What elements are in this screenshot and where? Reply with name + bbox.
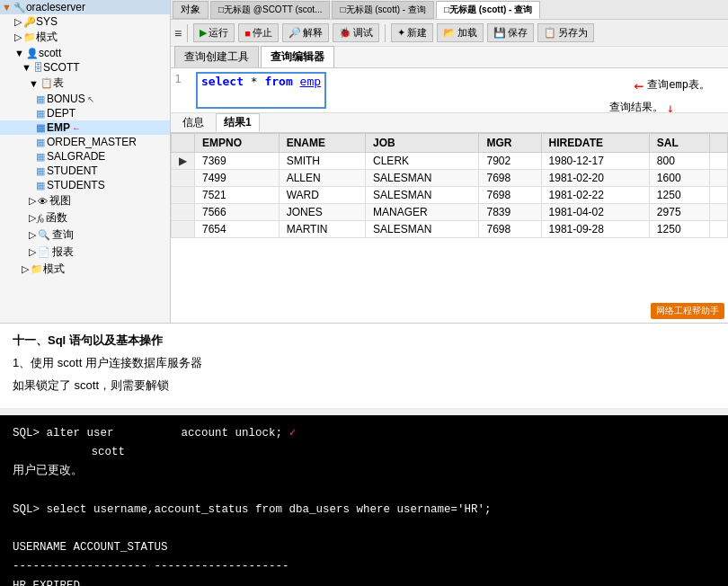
term-line6 xyxy=(13,519,715,538)
table-icon-salgrade: ▦ xyxy=(36,151,45,163)
ide-container: ▼ 🔧 oracleserver ▷ 🔑 SYS ▷ 📁 模式 ▼ 👤 scot… xyxy=(0,0,728,324)
col-header-hiredate: HIREDATE xyxy=(541,134,649,153)
save-button[interactable]: 💾 保存 xyxy=(487,23,534,42)
tree-item-bonus[interactable]: ▦ BONUS ↖ xyxy=(0,92,170,106)
explain-icon: 🔎 xyxy=(289,27,301,39)
tree-item-views-folder[interactable]: ▷ 👁 视图 xyxy=(0,192,170,209)
col-header-job: JOB xyxy=(366,134,479,153)
report-expand: ▷ xyxy=(29,246,36,258)
col-header-mgr: MGR xyxy=(479,134,541,153)
sql-star: * xyxy=(251,75,265,88)
table-row: 7654MARTINSALESMAN76981981-09-281250 xyxy=(172,221,728,238)
table-row: 7499ALLENSALESMAN76981981-02-201600 xyxy=(172,170,728,187)
load-button[interactable]: 📂 加载 xyxy=(437,23,484,42)
table-icon-student: ▦ xyxy=(36,165,45,177)
tree-item-order-master[interactable]: ▦ ORDER_MASTER xyxy=(0,135,170,149)
save-icon: 💾 xyxy=(493,27,506,39)
tab-untitled1[interactable]: □ 无标题 @SCOTT (scot... xyxy=(210,1,330,19)
tree-item-emp[interactable]: ▦ EMP ← xyxy=(0,120,170,135)
result-tab-info[interactable]: 信息 xyxy=(174,113,212,132)
result-tab-bar: 信息 结果1 xyxy=(171,113,728,133)
load-icon: 📂 xyxy=(443,27,456,39)
sql-editor[interactable]: 1 select * from emp ← 查询emp表。 查询结果。 ↓ xyxy=(171,68,728,113)
toolbar: ≡ ▶ 运行 ■ 停止 🔎 解释 🐞 调试 ✦ 新建 xyxy=(171,20,728,47)
term-line9: HR EXPIRED xyxy=(13,577,715,586)
term-line4 xyxy=(13,481,715,500)
tab-object[interactable]: 对象 xyxy=(173,1,209,19)
term-line1: SQL> alter user account unlock; ✓ xyxy=(13,424,715,443)
sub-tab-query-builder[interactable]: 查询创建工具 xyxy=(174,46,259,67)
tab-bar: 对象 □ 无标题 @SCOTT (scot... □ 无标题 (scott) -… xyxy=(171,0,728,20)
expand-icon: ▼ xyxy=(14,48,24,58)
explain-button[interactable]: 🔎 解释 xyxy=(282,23,329,42)
tree-item-schema-folder2[interactable]: ▷ 📁 模式 xyxy=(0,261,170,278)
debug-icon: 🐞 xyxy=(339,27,351,39)
table-header-row: EMPNO ENAME JOB MGR HIREDATE SAL xyxy=(172,134,728,153)
term-line3: 用户已更改。 xyxy=(13,462,715,481)
term-line8: -------------------- -------------------… xyxy=(13,557,715,576)
folder2-icon: 📁 xyxy=(31,263,43,275)
report-icon: 📄 xyxy=(38,246,50,258)
tree-item-scott-schema[interactable]: ▼ 🗄 SCOTT xyxy=(0,60,170,75)
tree-item-schema-folder[interactable]: ▷ 📁 模式 xyxy=(0,29,170,46)
tree-item-students[interactable]: ▦ STUDENTS xyxy=(0,178,170,192)
down-arrow-icon: ↓ xyxy=(667,101,674,115)
tree-item-queries-folder[interactable]: ▷ 🔍 查询 xyxy=(0,226,170,244)
expand-icon-2: ▼ xyxy=(22,62,31,73)
tree-item-sys[interactable]: ▷ 🔑 SYS xyxy=(0,14,170,29)
schema2-expand: ▷ xyxy=(22,263,29,275)
sql-select-keyword: select xyxy=(201,75,244,88)
terminal-block: SQL> alter user account unlock; ✓ scott … xyxy=(0,415,728,586)
tree-panel: ▼ 🔧 oracleserver ▷ 🔑 SYS ▷ 📁 模式 ▼ 👤 scot… xyxy=(0,0,171,323)
emp-red-arrow: ← xyxy=(72,123,81,133)
new-button[interactable]: ✦ 新建 xyxy=(391,23,433,42)
editor-panel: 对象 □ 无标题 @SCOTT (scot... □ 无标题 (scott) -… xyxy=(171,0,728,323)
tree-item-salgrade[interactable]: ▦ SALGRADE xyxy=(0,149,170,164)
query-icon: 🔍 xyxy=(38,229,50,241)
tree-item-reports-folder[interactable]: ▷ 📄 报表 xyxy=(0,244,170,261)
tree-item-functions-folder[interactable]: ▷ 𝑓₀ 函数 xyxy=(0,209,170,226)
tree-item-dept[interactable]: ▦ DEPT xyxy=(0,106,170,120)
content-section: 十一、Sql 语句以及基本操作 1、使用 scott 用户连接数据库服务器 如果… xyxy=(0,324,728,408)
tab-untitled3-active[interactable]: □ 无标题 (scott) - 查询 xyxy=(436,1,540,19)
menu-icon[interactable]: ≡ xyxy=(174,26,182,40)
sql-table-name: emp xyxy=(300,75,321,88)
col-header-indicator xyxy=(172,134,195,153)
table-row: ▶7369SMITHCLERK79021980-12-17800 xyxy=(172,153,728,170)
results-table-wrap: EMPNO ENAME JOB MGR HIREDATE SAL ▶7369SM… xyxy=(171,133,728,323)
func-icon: 𝑓₀ xyxy=(38,212,44,224)
tree-item-tables-folder[interactable]: ▼ 📋 表 xyxy=(0,75,170,92)
db-icon: ▼ xyxy=(2,2,12,13)
result-tab-results1[interactable]: 结果1 xyxy=(216,113,260,132)
tree-item-student[interactable]: ▦ STUDENT xyxy=(0,164,170,178)
col-header-ename: ENAME xyxy=(279,134,365,153)
query-expand: ▷ xyxy=(29,229,36,241)
sql-code-block[interactable]: select * from emp xyxy=(196,72,326,109)
tree-item-oracleserver[interactable]: ▼ 🔧 oracleserver xyxy=(0,0,170,14)
table-icon-dept: ▦ xyxy=(36,108,45,120)
table-icon-order: ▦ xyxy=(36,137,45,148)
sql-from-keyword: from xyxy=(264,75,292,88)
table-icon-students: ▦ xyxy=(36,180,45,191)
run-button[interactable]: ▶ 运行 xyxy=(193,23,235,42)
sub-tab-query-editor[interactable]: 查询编辑器 xyxy=(261,46,334,67)
para1: 1、使用 scott 用户连接数据库服务器 xyxy=(13,354,715,373)
tree-item-scott[interactable]: ▼ 👤 scott xyxy=(0,46,170,60)
saveas-button[interactable]: 📋 另存为 xyxy=(537,23,594,42)
results-table: EMPNO ENAME JOB MGR HIREDATE SAL ▶7369SM… xyxy=(171,133,728,238)
col-header-empno: EMPNO xyxy=(195,134,280,153)
stop-button[interactable]: ■ 停止 xyxy=(238,23,279,42)
debug-button[interactable]: 🐞 调试 xyxy=(333,23,379,42)
toolbar-sep1 xyxy=(187,24,188,42)
schema-icon: ▷ xyxy=(14,16,22,28)
tab-untitled2[interactable]: □ 无标题 (scott) - 查询 xyxy=(332,1,434,19)
stop-icon: ■ xyxy=(244,28,251,39)
views-expand: ▷ xyxy=(29,195,36,207)
table-folder-expand: ▼ xyxy=(29,78,39,89)
annotation-arrow: ← 查询emp表。 xyxy=(634,75,710,94)
left-arrow-icon: ← xyxy=(634,75,644,94)
views-icon: 👁 xyxy=(38,196,48,207)
table-row: 7521WARDSALESMAN76981981-02-221250 xyxy=(172,187,728,204)
func-expand: ▷ xyxy=(29,212,36,224)
run-icon: ▶ xyxy=(200,27,207,39)
